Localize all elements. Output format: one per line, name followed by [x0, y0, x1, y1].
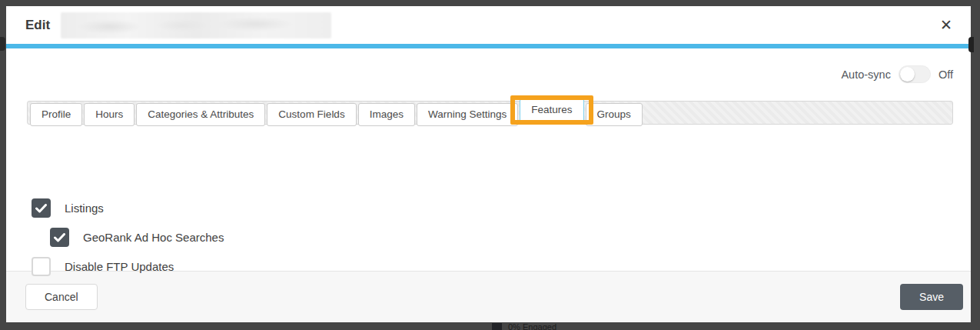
- checkmark-icon: [54, 233, 65, 242]
- checkbox-label: GeoRank Ad Hoc Searches: [83, 231, 224, 244]
- tab-bar: Profile Hours Categories & Attributes Cu…: [27, 101, 953, 125]
- checkbox-row-disable-ftp: Disable FTP Updates: [32, 257, 224, 276]
- tab-features[interactable]: Features: [520, 98, 583, 125]
- tab-images[interactable]: Images: [358, 103, 415, 126]
- disable-ftp-checkbox[interactable]: [32, 257, 51, 276]
- legend-text: 0% Engaged: [508, 322, 556, 330]
- checkbox-label: Listings: [65, 202, 104, 215]
- auto-sync-state: Off: [938, 68, 953, 81]
- tab-profile[interactable]: Profile: [30, 103, 82, 126]
- auto-sync-control: Auto-sync Off: [841, 65, 953, 83]
- dialog-header: Edit ✕: [6, 6, 971, 44]
- legend-swatch-icon: [492, 323, 502, 330]
- features-checkbox-list: Listings GeoRank Ad Hoc Searches Disable…: [32, 198, 224, 286]
- tab-hours[interactable]: Hours: [84, 103, 135, 126]
- georank-checkbox[interactable]: [50, 228, 69, 247]
- dialog-title: Edit: [25, 18, 50, 33]
- tab-groups[interactable]: Groups: [586, 103, 643, 126]
- background-legend-fragment: 0% Engaged: [492, 322, 556, 330]
- close-icon[interactable]: ✕: [937, 16, 955, 35]
- tab-features-wrap: Features: [519, 102, 584, 116]
- dialog-body: Auto-sync Off Profile Hours Categories &…: [6, 48, 971, 271]
- tab-warning-settings[interactable]: Warning Settings: [417, 103, 518, 126]
- background-edge-element-left: [0, 37, 5, 51]
- redacted-title-text: [61, 12, 331, 38]
- cancel-button[interactable]: Cancel: [25, 284, 98, 311]
- checkmark-icon: [35, 204, 47, 213]
- tab-custom-fields[interactable]: Custom Fields: [267, 103, 356, 126]
- background-edge-element-right: [968, 37, 974, 52]
- toggle-knob: [900, 67, 915, 82]
- checkbox-row-georank: GeoRank Ad Hoc Searches: [50, 228, 224, 247]
- checkbox-label: Disable FTP Updates: [65, 260, 174, 273]
- checkbox-row-listings: Listings: [32, 198, 224, 218]
- auto-sync-toggle[interactable]: [899, 65, 931, 83]
- save-button[interactable]: Save: [900, 284, 963, 311]
- auto-sync-label: Auto-sync: [841, 68, 890, 81]
- background-page-strip: 0% Engaged: [0, 322, 980, 330]
- edit-dialog: Edit ✕ Auto-sync Off Profile Hours Categ…: [6, 6, 971, 322]
- listings-checkbox[interactable]: [32, 198, 51, 218]
- tab-categories-attributes[interactable]: Categories & Attributes: [136, 103, 265, 126]
